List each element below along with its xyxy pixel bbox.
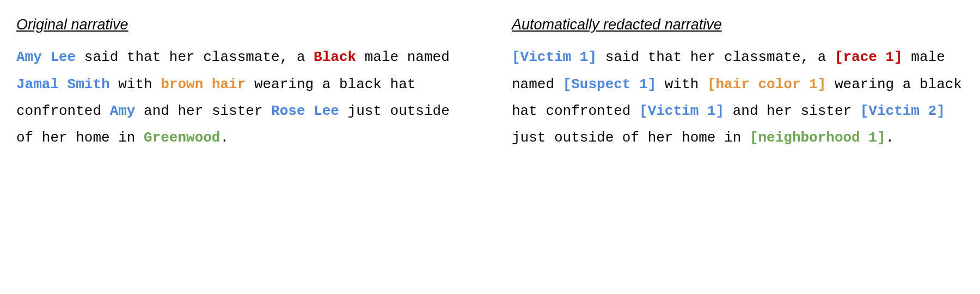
redacted-segment-plain: just outside of her home in — [512, 130, 750, 146]
redacted-segment-race-tag: [race 1] — [835, 49, 903, 65]
redacted-segment-suspect-tag: [Suspect 1] — [563, 76, 657, 93]
original-segment-hair: brown hair — [161, 76, 246, 93]
original-column: Original narrative Amy Lee said that her… — [16, 11, 468, 152]
redacted-segment-plain: said that her classmate, a — [597, 49, 835, 65]
original-segment-race: Black — [314, 49, 356, 65]
redacted-segment-victim-tag: [Victim 1] — [512, 49, 597, 65]
original-segment-victim-name: Amy Lee — [16, 49, 76, 65]
original-segment-plain: and her sister — [135, 103, 271, 119]
original-heading: Original narrative — [16, 11, 468, 39]
original-segment-plain: said that her classmate, a — [76, 49, 314, 65]
redacted-segment-hair-tag: [hair color 1] — [707, 76, 826, 93]
redacted-narrative: [Victim 1] said that her classmate, a [r… — [512, 44, 964, 152]
original-segment-victim-name: Amy — [110, 103, 136, 119]
original-segment-plain: . — [220, 130, 229, 146]
original-narrative: Amy Lee said that her classmate, a Black… — [16, 44, 468, 152]
redacted-heading: Automatically redacted narrative — [512, 11, 964, 39]
redacted-column: Automatically redacted narrative [Victim… — [512, 11, 964, 152]
original-segment-victim-name: Rose Lee — [271, 103, 339, 119]
original-segment-plain: with — [110, 76, 161, 93]
redacted-segment-victim-tag: [Victim 2] — [860, 103, 945, 119]
original-segment-neighborhood: Greenwood — [144, 130, 220, 146]
columns-container: Original narrative Amy Lee said that her… — [16, 11, 964, 152]
redacted-segment-neighborhood-tag: [neighborhood 1] — [750, 130, 886, 146]
redacted-segment-plain: with — [656, 76, 707, 93]
original-segment-plain: male named — [356, 49, 450, 65]
redacted-segment-plain: and her sister — [724, 103, 860, 119]
original-segment-suspect-name: Jamal Smith — [16, 76, 110, 93]
redacted-segment-victim-tag: [Victim 1] — [639, 103, 724, 119]
redacted-segment-plain: . — [886, 130, 895, 146]
